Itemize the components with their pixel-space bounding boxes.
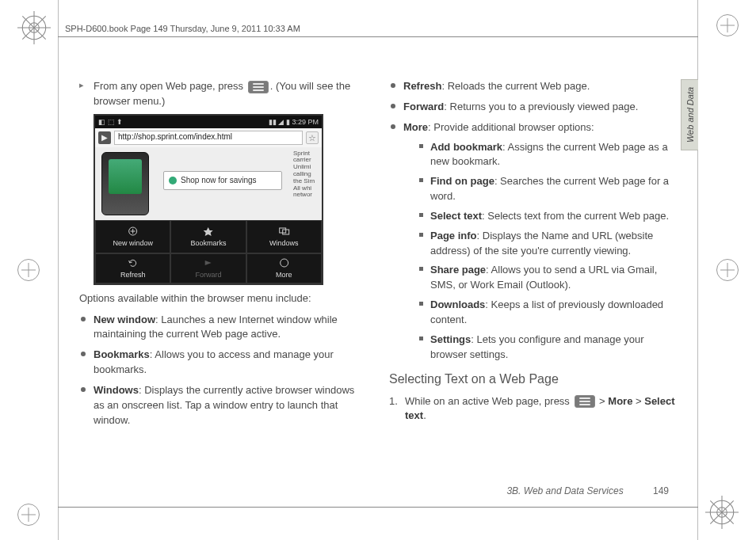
registration-mark-icon: [716, 14, 739, 36]
steps-list: 1. While on an active Web page, press > …: [389, 394, 677, 424]
item-more: More: Provide additional browser options…: [389, 120, 677, 363]
sub-select-text: Select text: Selects text from the curre…: [418, 209, 677, 224]
step-text-a: While on an active Web page, press: [405, 395, 573, 407]
sub-share-page: Share page: Allows you to send a URL via…: [418, 263, 677, 293]
svg-marker-18: [205, 260, 212, 265]
menu-more: More: [246, 253, 322, 283]
product-image: [101, 152, 149, 215]
registration-rosette-icon: [705, 496, 739, 529]
sub-page-info: Page info: Displays the Name and URL (we…: [418, 229, 677, 259]
more-subitems: Add bookmark: Assigns the current Web pa…: [418, 140, 677, 363]
statusbar: ◧ ⬚ ⬆ ▮▮ ◢ ▮ 3:29 PM: [95, 116, 322, 128]
svg-point-19: [280, 259, 288, 267]
bookmark-star-icon: ☆: [306, 131, 319, 144]
pdf-header-line: SPH-D600.book Page 149 Thursday, June 9,…: [65, 24, 300, 33]
section-thumb-label: Web and Data: [685, 87, 695, 143]
browser-menu-row2: Refresh Forward More: [95, 253, 322, 283]
intro-step: From any open Web page, press . (You wil…: [79, 79, 367, 109]
step-gt1: >: [597, 395, 609, 407]
registration-mark-icon: [716, 259, 739, 281]
intro-prefix: From any open Web page, press: [94, 80, 246, 92]
section-thumb-tab: Web and Data: [681, 79, 698, 150]
footer-page-number: 149: [653, 485, 669, 496]
sub-settings: Settings: Lets you configure and manage …: [418, 333, 677, 363]
menu-refresh: Refresh: [95, 253, 170, 283]
site-icon: ▶: [98, 131, 111, 144]
menu-windows: Windows: [246, 220, 322, 253]
registration-rosette-icon: [17, 11, 51, 44]
url-bar-row: ▶ http://shop.sprint.com/index.html ☆: [95, 128, 322, 147]
sub-add-bookmark: Add bookmark: Assigns the current Web pa…: [418, 140, 677, 170]
clipped-sidebar-text: Sprint carrier Unlimi calling the Sim Al…: [293, 150, 322, 200]
right-column: Refresh: Reloads the current Web page. F…: [389, 79, 677, 469]
url-field: http://shop.sprint.com/index.html: [114, 131, 303, 145]
page-content-preview: Shop now for savings Sprint carrier Unli…: [95, 147, 322, 220]
registration-mark-icon: [17, 504, 40, 526]
sub-find-on-page: Find on page: Searches the current Web p…: [418, 174, 677, 204]
star-icon: [171, 226, 245, 237]
crop-rule-top: [58, 36, 698, 37]
more-circle-icon: [247, 257, 321, 268]
registration-mark-icon: [17, 259, 40, 281]
left-items: New window: Launches a new Internet wind…: [79, 313, 367, 428]
page-body: From any open Web page, press . (You wil…: [79, 79, 677, 469]
item-forward: Forward: Returns you to a previously vie…: [389, 100, 677, 115]
step-gt2: >: [632, 395, 644, 407]
browser-menu-row1: New window Bookmarks Windows: [95, 220, 322, 253]
plus-circle-icon: [96, 226, 170, 237]
options-intro-text: Options available within the browser men…: [79, 291, 367, 306]
footer-section: 3B. Web and Data Services: [506, 485, 623, 496]
windows-icon: [247, 226, 321, 237]
step-number: 1.: [389, 394, 398, 409]
svg-marker-15: [204, 227, 213, 236]
crop-rule-bottom: [58, 507, 698, 508]
left-column: From any open Web page, press . (You wil…: [79, 79, 367, 469]
step-1: 1. While on an active Web page, press > …: [389, 394, 677, 424]
step-end: .: [423, 409, 426, 421]
status-time: 3:29 PM: [292, 118, 319, 126]
menu-bookmarks: Bookmarks: [170, 220, 246, 253]
item-refresh: Refresh: Reloads the current Web page.: [389, 79, 677, 94]
refresh-icon: [96, 257, 170, 268]
subhead-selecting-text: Selecting Text on a Web Page: [389, 372, 677, 386]
promo-banner: Shop now for savings: [163, 171, 282, 190]
forward-arrow-icon: [171, 257, 245, 268]
item-bookmarks: Bookmarks: Allows you to access and mana…: [79, 348, 367, 378]
menu-forward: Forward: [170, 253, 246, 283]
step-more: More: [608, 395, 632, 407]
crop-line: [58, 0, 59, 540]
sub-downloads: Downloads: Keeps a list of previously do…: [418, 298, 677, 328]
page-footer: 3B. Web and Data Services 149: [506, 485, 669, 496]
menu-key-icon: [575, 395, 595, 408]
item-windows: Windows: Displays the currently active b…: [79, 383, 367, 428]
right-top-items: Refresh: Reloads the current Web page. F…: [389, 79, 677, 363]
item-new-window: New window: Launches a new Internet wind…: [79, 313, 367, 343]
status-signal-icon: ▮▮ ◢ ▮: [269, 118, 290, 126]
browser-menu-screenshot: ◧ ⬚ ⬆ ▮▮ ◢ ▮ 3:29 PM ▶ http://shop.sprin…: [94, 114, 323, 285]
status-left-icons: ◧ ⬚ ⬆: [98, 118, 123, 126]
menu-new-window: New window: [95, 220, 170, 253]
menu-key-icon: [248, 81, 269, 93]
